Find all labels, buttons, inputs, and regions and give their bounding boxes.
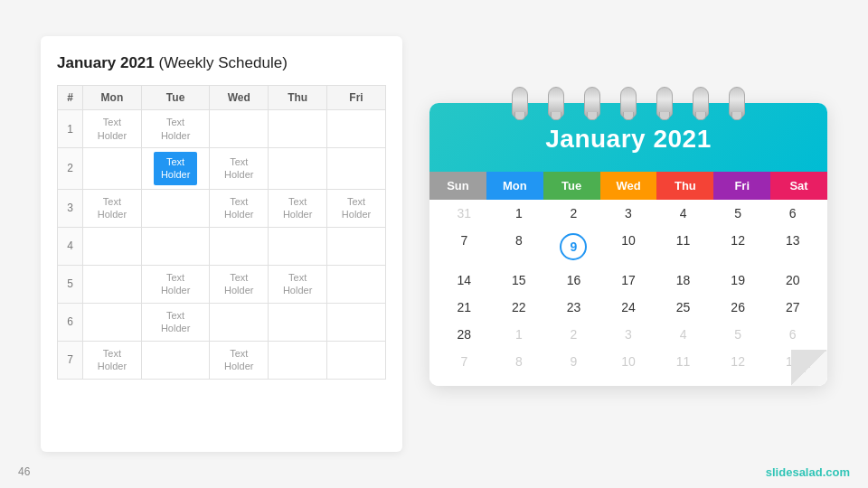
table-cell xyxy=(269,341,327,379)
row-number: 3 xyxy=(58,189,83,227)
table-cell xyxy=(269,110,327,148)
ring-6 xyxy=(693,87,709,117)
footer-site: .com xyxy=(823,465,850,479)
col-header-fri: Fri xyxy=(327,86,386,110)
table-cell xyxy=(327,110,386,148)
table-cell xyxy=(269,303,327,341)
cal-date-cell: 19 xyxy=(711,267,766,294)
cell-text: TextHolder xyxy=(279,269,316,299)
cell-text: TextHolder xyxy=(94,114,130,144)
footer-page-number: 46 xyxy=(18,465,30,479)
cal-date-cell: 7 xyxy=(437,348,492,375)
cal-date-cell: 17 xyxy=(601,267,656,294)
table-cell xyxy=(141,227,209,265)
cal-date-cell: 10 xyxy=(601,227,656,267)
ring-7 xyxy=(729,87,745,117)
cell-text: TextHolder xyxy=(157,307,193,337)
table-row: 5TextHolderTextHolderTextHolder xyxy=(58,265,386,303)
cell-text: TextHolder xyxy=(94,193,130,223)
cal-date-cell: 6 xyxy=(765,321,820,348)
cal-date-cell: 1 xyxy=(492,321,547,348)
cell-text: TextHolder xyxy=(338,193,374,223)
cell-text: TextHolder xyxy=(221,269,257,299)
day-label-wed: Wed xyxy=(600,172,657,200)
weekly-table: # Mon Tue Wed Thu Fri 1TextHolderTextHol… xyxy=(57,85,386,380)
table-cell: TextHolder xyxy=(269,265,327,303)
calendar-body: 3112345678910111213141516171819202122232… xyxy=(429,200,827,386)
table-cell: TextHolder xyxy=(83,341,142,379)
cal-date-cell: 2 xyxy=(546,200,601,227)
cal-date-cell: 8 xyxy=(492,227,547,267)
table-cell xyxy=(141,341,209,379)
cell-text: TextHolder xyxy=(221,345,257,375)
row-number: 7 xyxy=(58,341,83,379)
col-header-wed: Wed xyxy=(210,86,269,110)
table-cell: TextHolder xyxy=(327,189,386,227)
cal-date-cell: 8 xyxy=(492,348,547,375)
cell-text: TextHolder xyxy=(94,345,130,375)
row-number: 1 xyxy=(58,110,83,148)
cal-date-cell: 3 xyxy=(601,200,656,227)
cal-date-cell: 27 xyxy=(765,294,820,321)
day-label-sat: Sat xyxy=(770,172,827,200)
weekly-title: January 2021 (Weekly Schedule) xyxy=(57,54,386,72)
footer-brand-highlight: salad xyxy=(792,465,822,479)
table-cell: TextHolder xyxy=(141,148,209,190)
table-cell xyxy=(327,265,386,303)
cal-date-cell: 9 xyxy=(546,227,601,267)
cal-date-cell: 20 xyxy=(765,267,820,294)
ring-4 xyxy=(620,87,637,117)
table-cell xyxy=(269,227,327,265)
table-cell: TextHolder xyxy=(141,110,209,148)
day-label-thu: Thu xyxy=(656,172,713,200)
cal-date-cell: 28 xyxy=(437,321,492,348)
slide: January 2021 (Weekly Schedule) # Mon Tue… xyxy=(0,0,868,488)
day-label-fri: Fri xyxy=(713,172,770,200)
cell-text: TextHolder xyxy=(157,114,193,144)
table-cell xyxy=(327,148,386,190)
table-cell xyxy=(327,303,386,341)
cal-date-cell: 26 xyxy=(711,294,766,321)
footer: 46 slidesalad.com xyxy=(0,465,868,479)
table-cell xyxy=(83,148,142,190)
ring-3 xyxy=(584,87,600,117)
today-circle: 9 xyxy=(560,233,587,260)
cal-date-cell: 13 xyxy=(765,227,820,267)
table-header-row: # Mon Tue Wed Thu Fri xyxy=(58,86,386,110)
weekly-panel: January 2021 (Weekly Schedule) # Mon Tue… xyxy=(41,36,402,452)
weekly-title-rest: (Weekly Schedule) xyxy=(155,54,288,71)
row-number: 6 xyxy=(58,303,83,341)
table-cell: TextHolder xyxy=(83,189,142,227)
row-number: 4 xyxy=(58,227,83,265)
table-cell xyxy=(210,110,269,148)
weekly-title-bold: January 2021 xyxy=(57,54,155,71)
cal-date-cell: 24 xyxy=(601,294,656,321)
cal-date-cell: 11 xyxy=(656,348,711,375)
spiral-rings xyxy=(457,87,800,117)
table-cell: TextHolder xyxy=(210,148,269,190)
footer-brand: slidesalad.com xyxy=(766,465,850,479)
col-header-tue: Tue xyxy=(141,86,209,110)
table-cell: TextHolder xyxy=(83,110,142,148)
table-cell xyxy=(327,227,386,265)
cal-date-cell: 15 xyxy=(492,267,547,294)
table-cell: TextHolder xyxy=(210,265,269,303)
cell-text: TextHolder xyxy=(157,269,193,299)
row-number: 2 xyxy=(58,148,83,190)
calendar-widget: January 2021 Sun Mon Tue Wed Thu Fri Sat… xyxy=(429,103,827,386)
table-row: 1TextHolderTextHolder xyxy=(58,110,386,148)
page-curl xyxy=(791,350,827,386)
cal-date-cell: 23 xyxy=(546,294,601,321)
cal-date-cell: 6 xyxy=(765,200,820,227)
calendar-days-header: Sun Mon Tue Wed Thu Fri Sat xyxy=(429,172,827,200)
table-cell xyxy=(210,227,269,265)
cal-date-cell: 25 xyxy=(656,294,711,321)
table-row: 4 xyxy=(58,227,386,265)
cell-text: TextHolder xyxy=(221,154,257,183)
cal-date-cell: 5 xyxy=(711,200,766,227)
day-label-sun: Sun xyxy=(429,172,486,200)
col-header-thu: Thu xyxy=(269,86,327,110)
table-cell xyxy=(83,265,142,303)
calendar-grid: 3112345678910111213141516171819202122232… xyxy=(437,200,820,375)
table-cell: TextHolder xyxy=(141,265,209,303)
